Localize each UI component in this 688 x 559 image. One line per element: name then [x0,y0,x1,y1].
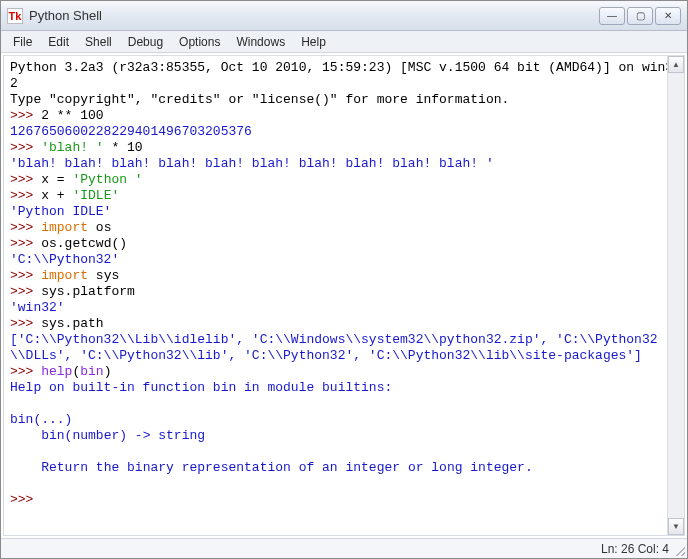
close-button[interactable]: ✕ [655,7,681,25]
input-4a: x + [41,188,72,203]
input-10-arg: bin [80,364,103,379]
scroll-track[interactable] [668,73,684,518]
menu-file[interactable]: File [5,33,40,51]
input-6: os.getcwd() [41,236,127,251]
input-5-kw: import [41,220,88,235]
menu-options[interactable]: Options [171,33,228,51]
maximize-button[interactable]: ▢ [627,7,653,25]
input-2-str: 'blah! ' [41,140,103,155]
cursor-position: Ln: 26 Col: 4 [601,542,669,556]
output-1: 1267650600228229401496703205376 [10,124,252,139]
input-2-rest: * 10 [104,140,143,155]
menu-edit[interactable]: Edit [40,33,77,51]
input-3-str: 'Python ' [72,172,142,187]
scroll-down-button[interactable]: ▼ [668,518,684,535]
output-10c: bin(...) [10,412,72,427]
menu-shell[interactable]: Shell [77,33,120,51]
prompt: >>> [10,284,41,299]
scroll-up-button[interactable]: ▲ [668,56,684,73]
input-7-kw: import [41,268,88,283]
statusbar: Ln: 26 Col: 4 [1,538,687,558]
output-10d: bin(number) -> string [10,428,205,443]
resize-grip[interactable] [673,544,685,556]
input-9: sys.path [41,316,103,331]
output-4: 'Python IDLE' [10,204,111,219]
prompt: >>> [10,364,41,379]
input-10-func: help [41,364,72,379]
output-9: ['C:\\Python32\\Lib\\idlelib', 'C:\\Wind… [10,332,658,363]
menu-help[interactable]: Help [293,33,334,51]
prompt-final: >>> [10,492,41,507]
titlebar[interactable]: Tk Python Shell — ▢ ✕ [1,1,687,31]
prompt: >>> [10,140,41,155]
minimize-button[interactable]: — [599,7,625,25]
input-3a: x = [41,172,72,187]
window-controls: — ▢ ✕ [599,7,681,25]
input-8: sys.platform [41,284,135,299]
input-4-str: 'IDLE' [72,188,119,203]
header-line-1: Python 3.2a3 (r32a3:85355, Oct 10 2010, … [10,60,673,91]
vertical-scrollbar[interactable]: ▲ ▼ [667,56,684,535]
input-7b: sys [88,268,119,283]
output-8: 'win32' [10,300,65,315]
output-10a: Help on built-in function bin in module … [10,380,392,395]
input-5b: os [88,220,111,235]
prompt: >>> [10,236,41,251]
prompt: >>> [10,316,41,331]
prompt: >>> [10,220,41,235]
input-1: 2 ** 100 [41,108,103,123]
content-area: Python 3.2a3 (r32a3:85355, Oct 10 2010, … [3,55,685,536]
menu-debug[interactable]: Debug [120,33,171,51]
prompt: >>> [10,268,41,283]
output-6: 'C:\\Python32' [10,252,119,267]
header-line-2: Type "copyright", "credits" or "license(… [10,92,509,107]
prompt: >>> [10,188,41,203]
app-icon: Tk [7,8,23,24]
window-title: Python Shell [29,8,599,23]
menu-windows[interactable]: Windows [228,33,293,51]
output-10f: Return the binary representation of an i… [10,460,533,475]
menubar: File Edit Shell Debug Options Windows He… [1,31,687,53]
prompt: >>> [10,108,41,123]
output-2: 'blah! blah! blah! blah! blah! blah! bla… [10,156,494,171]
input-10-paren2: ) [104,364,112,379]
prompt: >>> [10,172,41,187]
console[interactable]: Python 3.2a3 (r32a3:85355, Oct 10 2010, … [4,56,684,535]
app-window: Tk Python Shell — ▢ ✕ File Edit Shell De… [0,0,688,559]
